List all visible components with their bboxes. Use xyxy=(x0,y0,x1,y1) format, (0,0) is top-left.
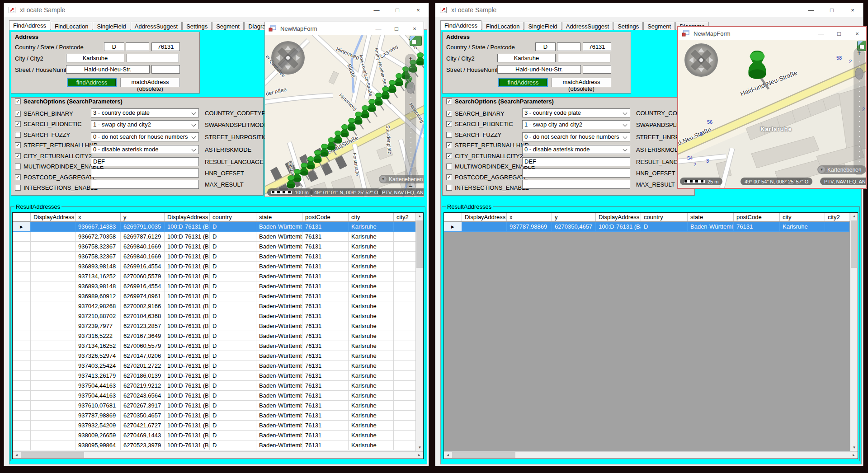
tab-settings[interactable]: Settings xyxy=(182,22,212,30)
cell[interactable]: 6270104,6368 xyxy=(121,311,165,321)
cell[interactable]: 6269840,1669 xyxy=(121,252,165,262)
cell[interactable]: 100:D-76131 (Ba... xyxy=(165,232,210,242)
column-header-y[interactable]: y xyxy=(552,213,596,221)
checkbox-row-search_binary[interactable]: ✓SEARCH_BINARY xyxy=(15,110,73,117)
cell[interactable]: 6270523,3979 xyxy=(121,440,165,450)
cell[interactable]: Baden-Württemb... xyxy=(256,431,302,440)
cell[interactable] xyxy=(31,272,75,281)
cell[interactable]: 76131 xyxy=(302,351,349,361)
row-selector[interactable] xyxy=(13,242,31,252)
cell[interactable]: 76131 xyxy=(302,281,349,291)
column-header-displayaddress[interactable]: DisplayAddress xyxy=(31,213,75,221)
cell[interactable] xyxy=(394,281,415,291)
checkbox-row-city_returnallcity2[interactable]: ✓CITY_RETURNALLCITY2 xyxy=(15,152,92,159)
cell[interactable]: Karlsruhe xyxy=(349,440,394,450)
cell[interactable]: 937210,88702 xyxy=(75,311,121,321)
cell[interactable]: 76131 xyxy=(302,341,349,351)
table-row[interactable]: 938095,998646270523,3979100:D-76131 (Ba.… xyxy=(13,440,415,450)
cell[interactable]: D xyxy=(210,421,256,431)
cell[interactable]: 76131 xyxy=(302,331,349,341)
cell[interactable] xyxy=(31,361,75,371)
state-field[interactable] xyxy=(557,42,580,51)
cell[interactable] xyxy=(31,321,75,331)
table-row[interactable]: 936758,323676269840,1669100:D-76131 (Ba.… xyxy=(13,252,415,262)
cell[interactable]: D xyxy=(210,252,256,262)
cell[interactable]: 936893,98148 xyxy=(75,262,121,272)
cell[interactable]: 100:D-76131 (Ba... xyxy=(165,272,210,281)
table-row[interactable]: 937326,529746270147,0206100:D-76131 (Ba.… xyxy=(13,351,415,361)
cell[interactable]: 76131 xyxy=(302,222,349,232)
tab-findaddress[interactable]: FindAddress xyxy=(440,20,481,30)
table-row[interactable]: 937210,887026270104,6368100:D-76131 (Ba.… xyxy=(13,311,415,321)
row-selector[interactable] xyxy=(13,331,31,341)
cell[interactable]: 937610,07681 xyxy=(75,401,121,411)
cell[interactable]: 937326,52974 xyxy=(75,351,121,361)
cell[interactable]: 100:D-76131 (Ba... xyxy=(165,252,210,262)
pan-up-icon[interactable] xyxy=(698,48,704,52)
row-selector[interactable] xyxy=(13,341,31,351)
cell[interactable]: Baden-Württemb... xyxy=(256,361,302,371)
cell[interactable]: 76131 xyxy=(302,311,349,321)
cell[interactable]: 937042,98268 xyxy=(75,301,121,311)
cell[interactable]: 76131 xyxy=(302,291,349,301)
cell[interactable] xyxy=(462,222,507,232)
cell[interactable]: 76131 xyxy=(302,381,349,391)
combo-asteriskmode[interactable]: 0 - disable asterisk mode xyxy=(522,145,630,154)
find-address-button[interactable]: findAddress xyxy=(498,78,548,87)
row-selector[interactable] xyxy=(13,262,31,272)
cell[interactable]: 6270421,6727 xyxy=(121,421,165,431)
table-row[interactable]: 937932,542096270421,6727100:D-76131 (Ba.… xyxy=(13,421,415,431)
cell[interactable]: 937316,5222 xyxy=(75,331,121,341)
grid-horizontal-scrollbar[interactable]: ◄ ► xyxy=(13,451,423,459)
input-result_language[interactable]: DEF xyxy=(522,157,630,166)
cell[interactable]: Baden-Württemb... xyxy=(256,440,302,450)
cell[interactable]: D xyxy=(210,272,256,281)
row-selector[interactable]: ▶ xyxy=(444,222,462,232)
cell[interactable] xyxy=(31,341,75,351)
cell[interactable]: D xyxy=(210,301,256,311)
map-zoom-slider[interactable]: + − xyxy=(405,54,416,190)
cell[interactable]: 6270147,0206 xyxy=(121,351,165,361)
cell[interactable]: 100:D-76131 (Ba... xyxy=(165,242,210,252)
cell[interactable]: 100:D-76131 (Ba... xyxy=(165,391,210,401)
grid-vertical-scrollbar[interactable]: ▲ ▼ xyxy=(415,213,423,451)
cell[interactable]: Baden-Württemb... xyxy=(256,341,302,351)
zoom-thumb[interactable] xyxy=(406,82,415,94)
cell[interactable] xyxy=(31,331,75,341)
window-titlebar[interactable]: NewMapForm — □ × xyxy=(265,22,424,35)
match-address-button[interactable]: matchAddress (obsolete) xyxy=(120,78,180,87)
horizontal-scroll-thumb[interactable] xyxy=(21,452,84,458)
cell[interactable]: 100:D-76131 (Ba... xyxy=(165,411,210,421)
cell[interactable]: 937413,26179 xyxy=(75,371,121,381)
cell[interactable]: 937134,16252 xyxy=(75,341,121,351)
table-row[interactable]: 937610,076816270267,3917100:D-76131 (Ba.… xyxy=(13,401,415,411)
cell[interactable]: 937403,25424 xyxy=(75,361,121,371)
input-max_result[interactable] xyxy=(522,180,630,189)
column-header-city2[interactable]: city2 xyxy=(825,213,849,221)
cell[interactable]: 937787,98869 xyxy=(75,411,121,421)
cell[interactable] xyxy=(31,411,75,421)
row-selector[interactable] xyxy=(13,281,31,291)
cell[interactable] xyxy=(394,232,415,242)
cell[interactable] xyxy=(394,351,415,361)
row-selector[interactable] xyxy=(13,361,31,371)
table-row[interactable]: 937787,988696270350,4657100:D-76131 (Ba.… xyxy=(13,411,415,421)
column-header-postcode[interactable]: postCode xyxy=(734,213,780,221)
row-selector[interactable] xyxy=(13,431,31,440)
row-selector[interactable] xyxy=(13,381,31,391)
cell[interactable]: 6270350,4657 xyxy=(121,411,165,421)
cell[interactable]: Karlsruhe xyxy=(349,311,394,321)
checkbox-row-search_phonetic[interactable]: ✓SEARCH_PHONETIC xyxy=(446,121,513,128)
cell[interactable]: D xyxy=(210,361,256,371)
table-row[interactable]: 936758,323676269840,1669100:D-76131 (Ba.… xyxy=(13,242,415,252)
search-options-checkbox[interactable]: ✓ xyxy=(446,98,452,104)
combo-swapandsplitmode[interactable]: 1 - swap city and city2 xyxy=(522,120,630,129)
cell[interactable]: Karlsruhe xyxy=(349,431,394,440)
grid-vertical-scrollbar[interactable]: ▲ ▼ xyxy=(850,213,858,451)
cell[interactable]: 937239,7977 xyxy=(75,321,121,331)
checkbox-icon[interactable]: ✓ xyxy=(15,111,21,117)
cell[interactable]: 100:D-76131 (Ba... xyxy=(165,311,210,321)
cell[interactable]: Baden-Württemb... xyxy=(256,262,302,272)
checkbox-icon[interactable]: ✓ xyxy=(15,142,21,148)
scroll-down-icon[interactable]: ▼ xyxy=(416,444,424,451)
